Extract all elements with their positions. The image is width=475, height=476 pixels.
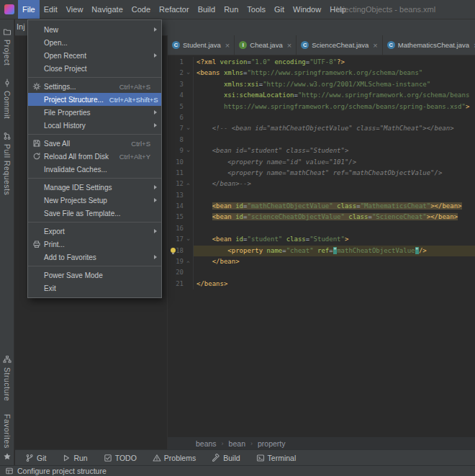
code-line-3[interactable]: 3 xmlns:xsi="http://www.w3.org/2001/XMLS…	[168, 79, 475, 90]
menu-item-shortcut: Ctrl+Alt+Shift+S	[109, 96, 158, 104]
fold-down-icon[interactable]: ›	[184, 68, 193, 78]
code-text: <bean id="student" class="Student">	[193, 234, 475, 245]
tool-window-button-commit[interactable]: Commit	[3, 78, 12, 119]
menu-build[interactable]: Build	[194, 0, 220, 19]
refresh-icon	[32, 152, 44, 161]
tab-mathematicscheat-java[interactable]: CMathematicsCheat.java×	[383, 35, 475, 55]
menu-item-label: Export	[44, 228, 150, 235]
save-all-menu-item[interactable]: Save AllCtrl+S	[28, 137, 161, 150]
open-menu-item[interactable]: Open...	[28, 36, 161, 49]
toolbar-button-problems[interactable]: Problems	[153, 454, 196, 462]
menu-tools[interactable]: Tools	[243, 0, 270, 19]
exit-menu-item[interactable]: Exit	[28, 282, 161, 295]
tab-cheat-java[interactable]: ICheat.java×	[235, 35, 297, 55]
code-line-6[interactable]: 6	[168, 112, 475, 123]
fold-slot	[184, 267, 193, 278]
code-line-18[interactable]: 18 <property name="cheat" ref="mathCheat…	[168, 246, 475, 256]
code-line-21[interactable]: 21</beans>	[168, 279, 475, 289]
tab-sciencecheat-java[interactable]: CScienceCheat.java×	[297, 35, 383, 55]
menu-file[interactable]: File	[18, 0, 40, 19]
code-text: <beans xmlns="http://www.springframework…	[193, 68, 475, 78]
menu-refactor[interactable]: Refactor	[155, 0, 194, 19]
menu-window[interactable]: Window	[289, 0, 325, 19]
fold-slot	[184, 223, 193, 234]
fold-up-icon[interactable]: ›	[184, 256, 193, 267]
code-line-12[interactable]: 12› </bean>-->	[168, 179, 475, 189]
code-line-7[interactable]: 7› <!-- <bean id="mathCheatObjectValue" …	[168, 123, 475, 134]
line-number: 2	[168, 68, 184, 78]
intention-bulb-icon[interactable]	[171, 248, 176, 253]
menu-view[interactable]: View	[62, 0, 88, 19]
menu-code[interactable]: Code	[127, 0, 155, 19]
reload-all-from-disk-menu-item[interactable]: Reload All from DiskCtrl+Alt+Y	[28, 150, 161, 163]
fold-slot	[184, 135, 193, 145]
line-number: 17	[168, 234, 184, 245]
close-project-menu-item[interactable]: Close Project	[28, 62, 161, 75]
toolbar-button-git[interactable]: Git	[25, 454, 46, 462]
save-all-icon	[32, 139, 44, 148]
add-to-favorites-menu-item[interactable]: Add to Favorites	[28, 251, 161, 264]
project-structure-menu-item[interactable]: Project Structure...Ctrl+Alt+Shift+S	[28, 93, 161, 106]
code-text	[193, 223, 475, 234]
tab-student-java[interactable]: CStudent.java×	[168, 35, 235, 55]
export-menu-item[interactable]: Export	[28, 225, 161, 238]
fold-down-icon[interactable]: ›	[184, 234, 193, 245]
code-line-20[interactable]: 20	[168, 267, 475, 278]
editor-tabs: CStudent.java×ICheat.java×CScienceCheat.…	[168, 35, 475, 55]
toolbar-button-terminal[interactable]: Terminal	[256, 454, 297, 462]
invalidate-caches-menu-item[interactable]: Invalidate Caches...	[28, 163, 161, 176]
code-line-19[interactable]: 19› </bean>	[168, 256, 475, 267]
breadcrumb-beans[interactable]: beans	[196, 439, 217, 448]
code-line-14[interactable]: 14 <bean id="mathCheatObjectValue" class…	[168, 201, 475, 212]
code-line-13[interactable]: 13	[168, 190, 475, 201]
manage-ide-settings-menu-item[interactable]: Manage IDE Settings	[28, 181, 161, 194]
toolbar-button-build[interactable]: Build	[212, 454, 240, 462]
close-tab-icon[interactable]: ×	[373, 41, 377, 50]
code-line-2[interactable]: 2›<beans xmlns="http://www.springframewo…	[168, 68, 475, 78]
run-icon	[62, 454, 71, 462]
toolbar-button-run[interactable]: Run	[62, 454, 87, 462]
power-save-mode-menu-item[interactable]: Power Save Mode	[28, 269, 161, 282]
breadcrumb-property[interactable]: property	[258, 439, 286, 448]
close-tab-icon[interactable]: ×	[287, 41, 291, 50]
fold-up-icon[interactable]: ›	[184, 179, 193, 189]
code-line-5[interactable]: 5 https://www.springframework.org/schema…	[168, 102, 475, 112]
tool-window-button-pull-requests[interactable]: Pull Requests	[3, 132, 12, 195]
breadcrumb-bean[interactable]: bean	[229, 439, 245, 448]
code-line-10[interactable]: 10 <property name="id" value="101"/>	[168, 157, 475, 168]
menu-item-label: Save File as Template...	[44, 210, 150, 217]
open-recent-menu-item[interactable]: Open Recent	[28, 49, 161, 62]
menu-run[interactable]: Run	[220, 0, 243, 19]
breadcrumb-fragment[interactable]: Inj	[17, 19, 25, 35]
editor[interactable]: 1<?xml version="1.0" encoding="UTF-8"?>2…	[168, 55, 475, 437]
code-line-11[interactable]: 11 <property name="mathCheat" ref="mathC…	[168, 168, 475, 179]
tool-window-button-project[interactable]: Project	[3, 27, 12, 66]
menu-item-label: Exit	[44, 284, 150, 292]
fold-down-icon[interactable]: ›	[184, 123, 193, 134]
code-line-17[interactable]: 17› <bean id="student" class="Student">	[168, 234, 475, 245]
print-menu-item[interactable]: Print...	[28, 238, 161, 251]
status-text: Configure project structure	[17, 467, 107, 475]
file-properties-menu-item[interactable]: File Properties	[28, 106, 161, 119]
code-line-15[interactable]: 15 <bean id="scienceCheatObjectValue" cl…	[168, 212, 475, 223]
tool-window-button-structure[interactable]: Structure	[3, 355, 12, 401]
code-line-9[interactable]: 9› <bean id="student" class="Student">	[168, 145, 475, 156]
close-tab-icon[interactable]: ×	[225, 41, 230, 50]
tab-label: MathematicsCheat.java	[398, 41, 469, 49]
toolbar-button-todo[interactable]: TODO	[104, 454, 137, 462]
code-line-8[interactable]: 8	[168, 135, 475, 145]
local-history-menu-item[interactable]: Local History	[28, 119, 161, 132]
save-file-as-template-menu-item[interactable]: Save File as Template...	[28, 207, 161, 220]
folder-icon	[3, 27, 12, 36]
fold-down-icon[interactable]: ›	[184, 145, 193, 156]
menu-edit[interactable]: Edit	[40, 0, 62, 19]
menu-navigate[interactable]: Navigate	[87, 0, 127, 19]
code-line-16[interactable]: 16	[168, 223, 475, 234]
settings-menu-item[interactable]: Settings...Ctrl+Alt+S	[28, 80, 161, 93]
new-menu-item[interactable]: New	[28, 23, 161, 36]
code-line-4[interactable]: 4 xsi:schemaLocation="http://www.springf…	[168, 90, 475, 101]
menu-git[interactable]: Git	[270, 0, 289, 19]
code-line-1[interactable]: 1<?xml version="1.0" encoding="UTF-8"?>	[168, 57, 475, 68]
new-projects-setup-menu-item[interactable]: New Projects Setup	[28, 194, 161, 207]
tool-window-button-favorites[interactable]: Favorites	[3, 414, 12, 461]
